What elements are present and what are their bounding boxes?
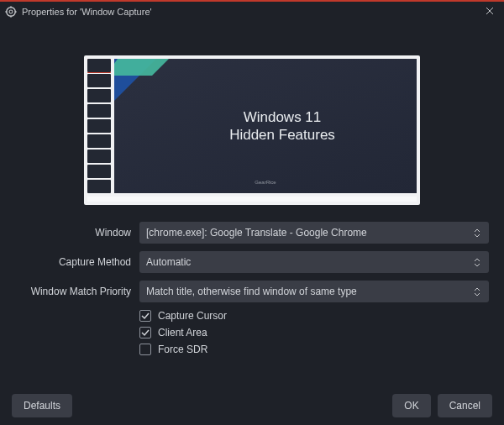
capture-method-row: Capture Method Automatic <box>15 251 489 273</box>
thumbnail <box>87 165 111 178</box>
thumbnail <box>87 180 111 193</box>
slide-footer-text: GearRice <box>255 180 276 185</box>
slide-graphic <box>114 59 223 151</box>
thumbnail <box>87 59 111 72</box>
force-sdr-checkbox[interactable]: Force SDR <box>139 344 489 355</box>
ok-button[interactable]: OK <box>392 394 430 417</box>
match-priority-label: Window Match Priority <box>15 286 139 297</box>
close-icon <box>486 7 494 15</box>
svg-point-1 <box>9 10 13 13</box>
capture-cursor-label: Capture Cursor <box>158 310 227 322</box>
spinner-icon <box>470 228 484 238</box>
defaults-button[interactable]: Defaults <box>12 394 72 417</box>
main-slide: Windows 11 Hidden Features GearRice <box>114 59 417 193</box>
thumbnail <box>87 74 111 87</box>
thumbnail <box>87 104 111 118</box>
properties-form: Window [chrome.exe]: Google Translate - … <box>0 213 504 355</box>
svg-marker-9 <box>114 59 194 76</box>
app-logo-icon <box>5 6 17 18</box>
window-label: Window <box>15 227 139 239</box>
capture-method-value: Automatic <box>146 256 191 268</box>
spinner-icon <box>470 287 484 296</box>
window-row: Window [chrome.exe]: Google Translate - … <box>15 222 489 244</box>
checkbox-icon <box>139 310 151 322</box>
client-area-checkbox[interactable]: Client Area <box>139 327 489 338</box>
slide-title-line1: Windows 11 <box>229 108 335 126</box>
thumbnail <box>87 89 111 102</box>
slide-title-line2: Hidden Features <box>229 126 335 144</box>
force-sdr-label: Force SDR <box>158 344 207 355</box>
capture-method-label: Capture Method <box>15 256 139 268</box>
dialog-footer: Defaults OK Cancel <box>0 386 504 425</box>
window-select-value: [chrome.exe]: Google Translate - Google … <box>146 227 367 239</box>
checkbox-icon <box>139 344 151 355</box>
close-button[interactable] <box>480 4 499 19</box>
slide-title: Windows 11 Hidden Features <box>229 108 335 144</box>
svg-point-0 <box>7 8 16 17</box>
spinner-icon <box>470 258 484 267</box>
thumbnail-strip <box>87 59 111 193</box>
window-select[interactable]: [chrome.exe]: Google Translate - Google … <box>139 222 489 244</box>
match-priority-select[interactable]: Match title, otherwise find window of sa… <box>139 281 489 302</box>
match-priority-row: Window Match Priority Match title, other… <box>15 281 489 302</box>
checkbox-icon <box>139 327 151 338</box>
cancel-button[interactable]: Cancel <box>438 394 492 417</box>
preview-footer <box>87 197 417 202</box>
thumbnail <box>87 150 111 163</box>
match-priority-value: Match title, otherwise find window of sa… <box>146 286 357 297</box>
capture-method-select[interactable]: Automatic <box>139 251 489 273</box>
titlebar: Properties for 'Window Capture' <box>0 0 504 22</box>
capture-preview: Windows 11 Hidden Features GearRice <box>84 55 420 205</box>
capture-cursor-checkbox[interactable]: Capture Cursor <box>139 310 489 322</box>
thumbnail <box>87 134 111 148</box>
window-title: Properties for 'Window Capture' <box>22 7 152 17</box>
preview-area: Windows 11 Hidden Features GearRice <box>0 22 504 213</box>
thumbnail <box>87 119 111 133</box>
client-area-label: Client Area <box>158 327 207 338</box>
